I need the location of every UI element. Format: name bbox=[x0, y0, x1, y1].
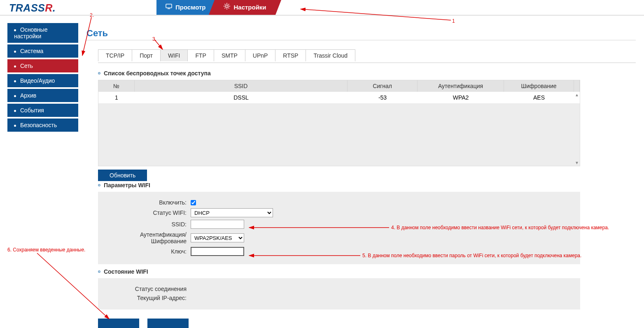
page-title: Сеть bbox=[86, 28, 108, 39]
gear-icon bbox=[224, 0, 230, 15]
svg-line-8 bbox=[229, 8, 229, 9]
col-enc: Шифрование bbox=[504, 80, 574, 92]
svg-line-10 bbox=[229, 4, 229, 5]
network-tabs: TCP/IP Порт WIFI FTP SMTP UPnP RTSP Tras… bbox=[98, 49, 355, 61]
col-signal: Сигнал bbox=[348, 80, 418, 92]
tab-upnp[interactable]: UPnP bbox=[245, 49, 276, 61]
ap-grid: № SSID Сигнал Аутентификация Шифрование … bbox=[98, 80, 580, 166]
key-label: Ключ: bbox=[106, 248, 191, 255]
svg-point-2 bbox=[226, 5, 228, 7]
enable-checkbox[interactable] bbox=[191, 200, 196, 205]
sidebar: Основные настройки Система Сеть Видео/Ау… bbox=[7, 23, 78, 133]
scroll-up-icon[interactable]: ▲ bbox=[575, 93, 579, 97]
ap-row[interactable]: 1 DSSL -53 WPA2 AES bbox=[98, 92, 580, 103]
cancel-button[interactable] bbox=[147, 319, 189, 328]
monitor-icon bbox=[166, 0, 172, 15]
conn-status-value bbox=[191, 286, 192, 292]
col-auth: Аутентификация bbox=[418, 80, 504, 92]
tab-settings[interactable]: Настройки bbox=[215, 0, 275, 15]
logo: TRASSR. bbox=[9, 2, 56, 14]
svg-line-13 bbox=[154, 40, 163, 49]
tab-trassir-cloud[interactable]: Trassir Cloud bbox=[306, 49, 355, 61]
tab-smtp[interactable]: SMTP bbox=[214, 49, 245, 61]
enable-label: Включить: bbox=[106, 199, 191, 206]
tab-tcpip[interactable]: TCP/IP bbox=[98, 49, 132, 61]
aplist-heading: Список беспроводных точек доступа bbox=[98, 70, 580, 77]
svg-rect-1 bbox=[168, 9, 170, 9]
annotation-3: 3. bbox=[152, 36, 156, 42]
conn-status-label: Статус соединения bbox=[106, 286, 191, 292]
tab-view-label: Просмотр bbox=[175, 0, 205, 15]
tab-rtsp[interactable]: RTSP bbox=[275, 49, 306, 61]
tab-settings-label: Настройки bbox=[233, 0, 266, 15]
auth-enc-label: Аутентификация/Шифрование bbox=[106, 231, 191, 244]
col-ssid: SSID bbox=[135, 80, 348, 92]
refresh-button[interactable]: Обновить bbox=[98, 170, 147, 181]
annotation-1: 1 bbox=[452, 18, 455, 24]
save-button[interactable] bbox=[98, 319, 139, 328]
annotation-6: 6. Сохраняем введенные данные. bbox=[7, 247, 85, 253]
tab-ftp[interactable]: FTP bbox=[187, 49, 214, 61]
sidebar-item-network[interactable]: Сеть bbox=[7, 59, 78, 72]
sidebar-item-events[interactable]: События bbox=[7, 104, 78, 117]
svg-line-9 bbox=[225, 8, 226, 9]
auth-enc-select[interactable]: WPA2PSK/AES bbox=[191, 233, 244, 242]
tab-view[interactable]: Просмотр bbox=[156, 0, 215, 15]
ssid-label: SSID: bbox=[106, 221, 191, 228]
current-ip-label: Текущий IP-адрес: bbox=[106, 295, 191, 301]
wifi-params-heading: Параметры WIFI bbox=[98, 182, 580, 188]
sidebar-item-security[interactable]: Безопасность bbox=[7, 119, 78, 132]
scroll-down-icon[interactable]: ▼ bbox=[575, 161, 579, 165]
tab-wifi[interactable]: WIFI bbox=[160, 49, 188, 61]
wifi-status-label: Статус WIFI: bbox=[106, 209, 191, 216]
ssid-input[interactable] bbox=[191, 220, 244, 229]
tab-port[interactable]: Порт bbox=[132, 49, 161, 61]
svg-rect-0 bbox=[166, 4, 172, 8]
current-ip-value bbox=[191, 295, 192, 301]
svg-line-7 bbox=[225, 4, 226, 5]
sidebar-item-system[interactable]: Система bbox=[7, 44, 78, 58]
wifi-state-heading: Состояние WIFI bbox=[98, 268, 580, 275]
sidebar-item-archive[interactable]: Архив bbox=[7, 89, 78, 102]
col-n: № bbox=[98, 80, 135, 92]
key-input[interactable] bbox=[191, 247, 244, 256]
sidebar-item-basic[interactable]: Основные настройки bbox=[7, 23, 78, 43]
sidebar-item-video[interactable]: Видео/Аудио bbox=[7, 74, 78, 87]
wifi-status-select[interactable]: DHCP bbox=[191, 208, 273, 217]
